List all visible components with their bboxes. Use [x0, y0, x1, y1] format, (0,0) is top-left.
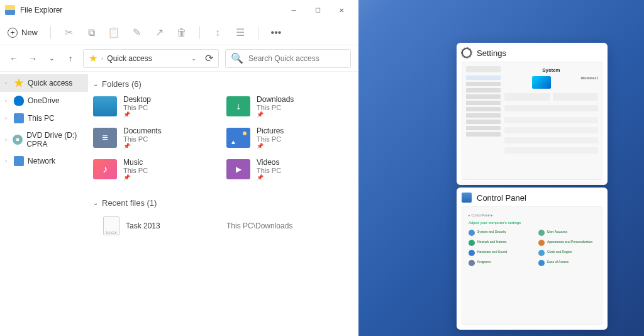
pin-icon: 📌 [123, 174, 148, 181]
separator [50, 26, 51, 39]
folders-header-text: Folders (6) [102, 79, 142, 89]
gear-icon [462, 48, 472, 58]
desktop-folder-icon [93, 96, 117, 116]
thumbnail-title: Settings [477, 48, 506, 58]
sidebar-item-network[interactable]: › Network [0, 152, 88, 170]
back-button[interactable]: ← [8, 52, 20, 65]
recent-section-header[interactable]: ⌄ Recent files (1) [93, 198, 353, 208]
folder-name: Desktop [123, 95, 151, 104]
downloads-folder-icon [226, 96, 250, 116]
sidebar-label: This PC [28, 114, 55, 123]
sidebar-label: Quick access [28, 79, 72, 87]
task-thumbnail-control-panel[interactable]: Control Panel ▸ Control Panel ▸ Adjust y… [457, 188, 608, 330]
thumbnail-preview: ▸ Control Panel ▸ Adjust your computer's… [462, 206, 602, 325]
folder-downloads[interactable]: Downloads This PC 📌 [226, 95, 353, 118]
folder-documents[interactable]: Documents This PC 📌 [93, 126, 220, 149]
thumbnail-preview: System Windows11 [462, 62, 602, 180]
file-explorer-window: File Explorer ─ ☐ ✕ + New ✂ ⧉ 📋 ✎ ↗ 🗑 ↕ … [0, 0, 358, 336]
folder-name: Documents [123, 126, 162, 135]
sort-icon[interactable]: ↕ [213, 28, 223, 38]
task-thumbnail-settings[interactable]: Settings System Windows11 [457, 43, 608, 185]
disc-icon [13, 135, 23, 145]
folder-videos[interactable]: Videos This PC 📌 [226, 158, 353, 181]
network-icon [14, 156, 24, 166]
documents-folder-icon [93, 128, 117, 148]
recent-header-text: Recent files (1) [102, 198, 157, 208]
videos-folder-icon [226, 159, 250, 179]
folder-location: This PC [257, 167, 281, 174]
cut-icon[interactable]: ✂ [64, 28, 74, 38]
cloud-icon [14, 96, 24, 106]
sidebar-item-onedrive[interactable]: › OneDrive [0, 92, 88, 109]
separator [258, 26, 258, 39]
chevron-icon: › [5, 158, 10, 164]
minimize-button[interactable]: ─ [282, 1, 306, 19]
address-bar[interactable]: ★ › Quick access ⌄ ⟳ [83, 49, 219, 68]
close-button[interactable]: ✕ [330, 1, 353, 19]
thumbnail-title: Control Panel [477, 193, 526, 203]
rename-icon[interactable]: ✎ [131, 28, 142, 38]
forward-button[interactable]: → [26, 52, 39, 65]
chevron-down-icon: ⌄ [93, 199, 98, 206]
paste-icon[interactable]: 📋 [109, 28, 119, 38]
sidebar-item-dvd[interactable]: › DVD Drive (D:) CPRA [0, 127, 88, 152]
folder-name: Videos [257, 158, 281, 167]
star-icon [14, 78, 24, 88]
chevron-down-icon[interactable]: ⌄ [191, 55, 196, 62]
up-button[interactable]: ↑ [64, 52, 77, 65]
star-icon: ★ [89, 52, 97, 64]
system-heading: System [504, 67, 598, 73]
navigation-bar: ← → ⌄ ↑ ★ › Quick access ⌄ ⟳ 🔍 [0, 45, 358, 72]
search-icon: 🔍 [231, 52, 243, 64]
folders-section-header[interactable]: ⌄ Folders (6) [93, 79, 353, 89]
folder-name: Pictures [257, 126, 284, 135]
sidebar-item-quick-access[interactable]: › Quick access [0, 74, 88, 92]
window-title: File Explorer [20, 6, 282, 14]
recent-file-name: Task 2013 [126, 221, 220, 230]
titlebar[interactable]: File Explorer ─ ☐ ✕ [0, 0, 358, 20]
document-icon: DOCX [103, 216, 119, 235]
folder-location: This PC [123, 104, 151, 111]
chevron-icon: › [5, 115, 10, 121]
sidebar-label: DVD Drive (D:) CPRA [26, 131, 83, 148]
control-panel-icon [462, 193, 472, 203]
chevron-down-icon: ⌄ [93, 81, 98, 87]
folder-pictures[interactable]: Pictures This PC 📌 [226, 126, 353, 149]
folder-name: Downloads [257, 95, 294, 104]
folder-music[interactable]: Music This PC 📌 [93, 158, 220, 181]
pin-icon: 📌 [123, 143, 162, 149]
pin-icon: 📌 [257, 143, 284, 149]
chevron-icon: › [5, 137, 9, 143]
folder-name: Music [123, 158, 148, 167]
new-label: New [21, 28, 38, 37]
folder-location: This PC [257, 104, 294, 111]
pictures-folder-icon [226, 128, 250, 148]
sidebar-label: Network [28, 157, 55, 165]
delete-icon[interactable]: 🗑 [177, 28, 187, 38]
refresh-button[interactable]: ⟳ [205, 52, 213, 64]
search-input[interactable] [248, 54, 345, 63]
separator [199, 26, 200, 39]
pc-icon [14, 113, 24, 123]
folder-location: This PC [123, 167, 148, 174]
search-box[interactable]: 🔍 [225, 49, 351, 68]
recent-file-item[interactable]: DOCX Task 2013 This PC\Downloads [93, 214, 353, 238]
copy-icon[interactable]: ⧉ [86, 28, 96, 38]
sidebar-item-this-pc[interactable]: › This PC [0, 109, 88, 127]
chevron-icon: › [5, 98, 10, 104]
maximize-button[interactable]: ☐ [306, 1, 330, 19]
new-button[interactable]: + New [8, 28, 38, 38]
share-icon[interactable]: ↗ [154, 28, 164, 38]
file-explorer-icon [5, 5, 15, 15]
navigation-pane: › Quick access › OneDrive › This PC › DV… [0, 72, 88, 336]
plus-icon: + [8, 28, 18, 38]
chevron-icon: › [5, 80, 10, 86]
folder-location: This PC [123, 135, 162, 143]
more-icon[interactable]: ••• [271, 28, 281, 38]
cp-heading: Adjust your computer's settings [469, 221, 596, 225]
address-location: Quick access [107, 54, 152, 63]
view-icon[interactable]: ☰ [235, 28, 245, 38]
folder-desktop[interactable]: Desktop This PC 📌 [93, 95, 220, 118]
recent-file-location: This PC\Downloads [226, 221, 292, 230]
recent-dropdown[interactable]: ⌄ [45, 52, 58, 65]
